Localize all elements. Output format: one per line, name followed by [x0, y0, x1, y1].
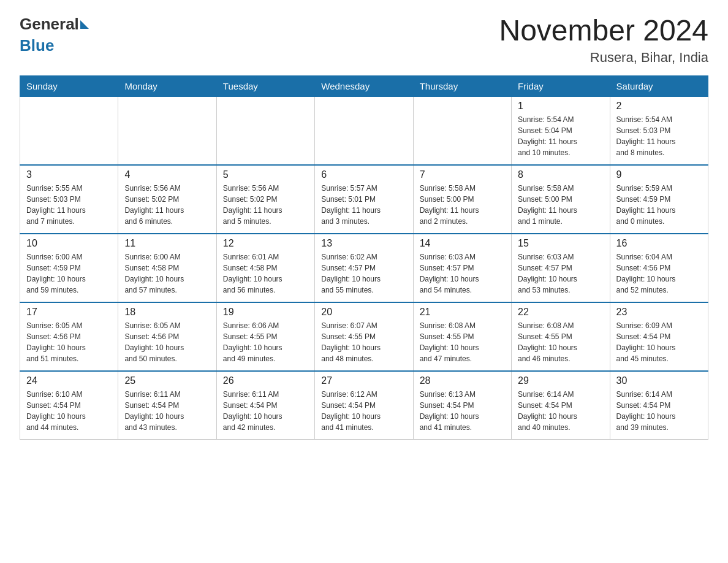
day-number: 3 — [26, 169, 112, 180]
logo-triangle-icon — [80, 20, 89, 29]
calendar-table: SundayMondayTuesdayWednesdayThursdayFrid… — [20, 75, 708, 440]
day-number: 13 — [321, 238, 406, 249]
day-info: Sunrise: 6:12 AM Sunset: 4:54 PM Dayligh… — [321, 389, 406, 433]
calendar-week-row: 10Sunrise: 6:00 AM Sunset: 4:59 PM Dayli… — [20, 234, 708, 302]
calendar-cell: 25Sunrise: 6:11 AM Sunset: 4:54 PM Dayli… — [118, 371, 216, 440]
day-number: 30 — [616, 375, 702, 386]
day-info: Sunrise: 5:58 AM Sunset: 5:00 PM Dayligh… — [420, 183, 505, 227]
day-info: Sunrise: 5:55 AM Sunset: 5:03 PM Dayligh… — [26, 183, 112, 227]
day-number: 18 — [124, 307, 210, 318]
title-block: November 2024 Rusera, Bihar, India — [499, 15, 708, 66]
calendar-cell: 14Sunrise: 6:03 AM Sunset: 4:57 PM Dayli… — [413, 234, 511, 302]
calendar-cell: 18Sunrise: 6:05 AM Sunset: 4:56 PM Dayli… — [118, 302, 216, 371]
day-info: Sunrise: 5:54 AM Sunset: 5:03 PM Dayligh… — [616, 114, 702, 158]
day-number: 29 — [518, 375, 603, 386]
calendar-cell: 1Sunrise: 5:54 AM Sunset: 5:04 PM Daylig… — [512, 96, 610, 165]
calendar-cell: 27Sunrise: 6:12 AM Sunset: 4:54 PM Dayli… — [315, 371, 413, 440]
calendar-cell: 30Sunrise: 6:14 AM Sunset: 4:54 PM Dayli… — [610, 371, 708, 440]
day-info: Sunrise: 6:00 AM Sunset: 4:58 PM Dayligh… — [124, 251, 210, 296]
day-number: 10 — [26, 238, 112, 249]
day-number: 25 — [124, 375, 210, 386]
day-number: 17 — [26, 307, 112, 318]
calendar-cell: 22Sunrise: 6:08 AM Sunset: 4:55 PM Dayli… — [512, 302, 610, 371]
calendar-week-row: 24Sunrise: 6:10 AM Sunset: 4:54 PM Dayli… — [20, 371, 708, 440]
day-info: Sunrise: 6:11 AM Sunset: 4:54 PM Dayligh… — [223, 389, 308, 433]
calendar-cell — [315, 96, 413, 165]
logo: General Blue — [20, 15, 89, 55]
day-number: 27 — [321, 375, 406, 386]
calendar-header-row: SundayMondayTuesdayWednesdayThursdayFrid… — [20, 75, 708, 96]
day-number: 15 — [518, 238, 603, 249]
day-info: Sunrise: 6:05 AM Sunset: 4:56 PM Dayligh… — [124, 320, 210, 364]
calendar-cell: 12Sunrise: 6:01 AM Sunset: 4:58 PM Dayli… — [216, 234, 314, 302]
day-number: 24 — [26, 375, 112, 386]
calendar-cell: 6Sunrise: 5:57 AM Sunset: 5:01 PM Daylig… — [315, 165, 413, 234]
calendar-cell: 26Sunrise: 6:11 AM Sunset: 4:54 PM Dayli… — [216, 371, 314, 440]
day-info: Sunrise: 6:14 AM Sunset: 4:54 PM Dayligh… — [518, 389, 603, 433]
calendar-cell: 29Sunrise: 6:14 AM Sunset: 4:54 PM Dayli… — [512, 371, 610, 440]
day-info: Sunrise: 6:08 AM Sunset: 4:55 PM Dayligh… — [420, 320, 505, 364]
day-number: 8 — [518, 169, 603, 180]
logo-text-general: General — [20, 15, 79, 33]
calendar-cell: 7Sunrise: 5:58 AM Sunset: 5:00 PM Daylig… — [413, 165, 511, 234]
page-header: General Blue November 2024 Rusera, Bihar… — [20, 15, 708, 66]
day-number: 4 — [124, 169, 210, 180]
day-info: Sunrise: 6:05 AM Sunset: 4:56 PM Dayligh… — [26, 320, 112, 364]
day-number: 23 — [616, 307, 702, 318]
calendar-title: November 2024 — [499, 15, 708, 47]
day-info: Sunrise: 5:57 AM Sunset: 5:01 PM Dayligh… — [321, 183, 406, 227]
calendar-week-row: 17Sunrise: 6:05 AM Sunset: 4:56 PM Dayli… — [20, 302, 708, 371]
day-number: 14 — [420, 238, 505, 249]
calendar-cell: 16Sunrise: 6:04 AM Sunset: 4:56 PM Dayli… — [610, 234, 708, 302]
day-info: Sunrise: 6:03 AM Sunset: 4:57 PM Dayligh… — [518, 251, 603, 296]
calendar-cell: 11Sunrise: 6:00 AM Sunset: 4:58 PM Dayli… — [118, 234, 216, 302]
calendar-cell: 9Sunrise: 5:59 AM Sunset: 4:59 PM Daylig… — [610, 165, 708, 234]
calendar-cell: 20Sunrise: 6:07 AM Sunset: 4:55 PM Dayli… — [315, 302, 413, 371]
header-tuesday: Tuesday — [216, 75, 314, 96]
day-info: Sunrise: 6:02 AM Sunset: 4:57 PM Dayligh… — [321, 251, 406, 296]
header-thursday: Thursday — [413, 75, 511, 96]
calendar-cell: 5Sunrise: 5:56 AM Sunset: 5:02 PM Daylig… — [216, 165, 314, 234]
calendar-cell: 19Sunrise: 6:06 AM Sunset: 4:55 PM Dayli… — [216, 302, 314, 371]
day-info: Sunrise: 5:58 AM Sunset: 5:00 PM Dayligh… — [518, 183, 603, 227]
day-info: Sunrise: 5:54 AM Sunset: 5:04 PM Dayligh… — [518, 114, 603, 158]
header-friday: Friday — [512, 75, 610, 96]
header-saturday: Saturday — [610, 75, 708, 96]
calendar-subtitle: Rusera, Bihar, India — [499, 50, 708, 66]
day-number: 16 — [616, 238, 702, 249]
day-info: Sunrise: 5:56 AM Sunset: 5:02 PM Dayligh… — [124, 183, 210, 227]
calendar-cell: 8Sunrise: 5:58 AM Sunset: 5:00 PM Daylig… — [512, 165, 610, 234]
day-number: 20 — [321, 307, 406, 318]
day-number: 7 — [420, 169, 505, 180]
day-info: Sunrise: 6:09 AM Sunset: 4:54 PM Dayligh… — [616, 320, 702, 364]
day-info: Sunrise: 6:04 AM Sunset: 4:56 PM Dayligh… — [616, 251, 702, 296]
day-number: 19 — [223, 307, 308, 318]
calendar-cell: 24Sunrise: 6:10 AM Sunset: 4:54 PM Dayli… — [20, 371, 118, 440]
calendar-cell — [216, 96, 314, 165]
day-number: 26 — [223, 375, 308, 386]
header-wednesday: Wednesday — [315, 75, 413, 96]
day-info: Sunrise: 6:01 AM Sunset: 4:58 PM Dayligh… — [223, 251, 308, 296]
day-number: 1 — [518, 101, 603, 112]
calendar-cell — [20, 96, 118, 165]
calendar-cell: 23Sunrise: 6:09 AM Sunset: 4:54 PM Dayli… — [610, 302, 708, 371]
day-info: Sunrise: 6:03 AM Sunset: 4:57 PM Dayligh… — [420, 251, 505, 296]
day-number: 5 — [223, 169, 308, 180]
day-info: Sunrise: 6:06 AM Sunset: 4:55 PM Dayligh… — [223, 320, 308, 364]
calendar-cell: 17Sunrise: 6:05 AM Sunset: 4:56 PM Dayli… — [20, 302, 118, 371]
header-monday: Monday — [118, 75, 216, 96]
day-number: 22 — [518, 307, 603, 318]
day-number: 9 — [616, 169, 702, 180]
day-info: Sunrise: 6:13 AM Sunset: 4:54 PM Dayligh… — [420, 389, 505, 433]
calendar-cell: 13Sunrise: 6:02 AM Sunset: 4:57 PM Dayli… — [315, 234, 413, 302]
calendar-cell: 15Sunrise: 6:03 AM Sunset: 4:57 PM Dayli… — [512, 234, 610, 302]
day-info: Sunrise: 5:59 AM Sunset: 4:59 PM Dayligh… — [616, 183, 702, 227]
day-info: Sunrise: 6:07 AM Sunset: 4:55 PM Dayligh… — [321, 320, 406, 364]
calendar-cell: 28Sunrise: 6:13 AM Sunset: 4:54 PM Dayli… — [413, 371, 511, 440]
header-sunday: Sunday — [20, 75, 118, 96]
calendar-cell: 4Sunrise: 5:56 AM Sunset: 5:02 PM Daylig… — [118, 165, 216, 234]
day-number: 6 — [321, 169, 406, 180]
day-info: Sunrise: 6:10 AM Sunset: 4:54 PM Dayligh… — [26, 389, 112, 433]
calendar-cell: 2Sunrise: 5:54 AM Sunset: 5:03 PM Daylig… — [610, 96, 708, 165]
day-number: 11 — [124, 238, 210, 249]
